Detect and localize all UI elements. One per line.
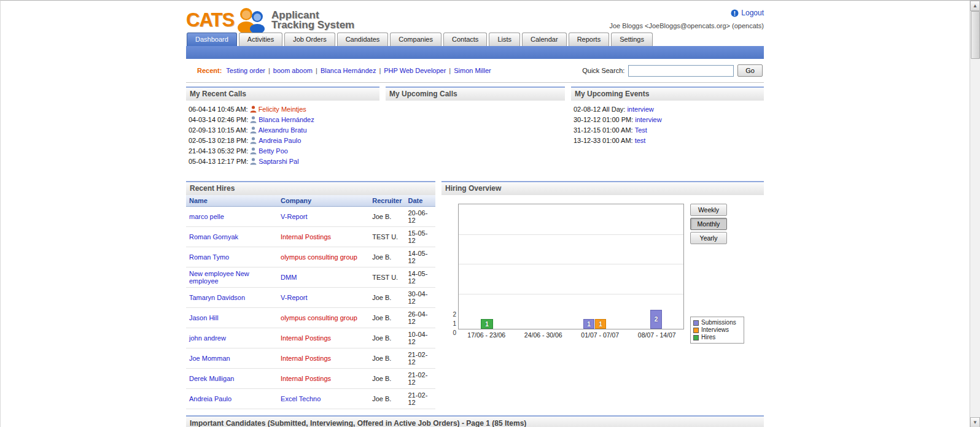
candidate-link[interactable]: john andrew: [189, 334, 226, 342]
column-header-date[interactable]: Date: [405, 195, 436, 207]
tab-candidates[interactable]: Candidates: [337, 33, 389, 46]
vertical-scrollbar[interactable]: ▲ ▼: [970, 1, 980, 427]
quick-search-input[interactable]: [628, 65, 734, 77]
tab-lists[interactable]: Lists: [489, 33, 520, 46]
bar-hires-week1: 1: [481, 319, 493, 329]
separator: |: [379, 67, 381, 74]
event-link[interactable]: test: [635, 137, 646, 144]
date-cell: 14-05-12: [405, 247, 436, 267]
app-logo: CATS Applicant Tracking System: [186, 7, 354, 34]
legend-swatch-hires: [693, 335, 699, 340]
range-button-yearly[interactable]: Yearly: [690, 232, 727, 244]
contact-link[interactable]: Felicity Meintjes: [259, 106, 306, 113]
column-header-recruiter[interactable]: Recruiter: [369, 195, 405, 207]
company-link[interactable]: Excel Techno: [281, 395, 321, 402]
scrollbar-thumb[interactable]: [971, 11, 980, 59]
candidate-link[interactable]: Derek Mulligan: [189, 375, 234, 382]
company-link[interactable]: V-Report: [281, 213, 307, 220]
recruiter-cell: Joe B.: [369, 348, 405, 369]
scroll-down-button[interactable]: ▼: [970, 417, 980, 427]
scroll-up-button[interactable]: ▲: [970, 1, 980, 11]
y-axis-tick: 1: [448, 320, 456, 327]
candidate-link[interactable]: Andreia Paulo: [189, 395, 231, 402]
logout-link[interactable]: Logout: [741, 9, 764, 17]
company-link[interactable]: Internal Postings: [281, 375, 331, 382]
upcoming-event-row: 31-12-15 01:00 AM: Test: [572, 125, 763, 136]
recent-link[interactable]: Testing order: [226, 67, 265, 74]
date-cell: 14-05-12: [405, 267, 436, 288]
panel-title: My Upcoming Calls: [386, 87, 565, 101]
candidate-link[interactable]: Joe Momman: [189, 355, 230, 362]
candidate-link[interactable]: Roman Gornyak: [189, 233, 238, 240]
candidate-link[interactable]: Roman Tymo: [189, 253, 229, 261]
panel-my-upcoming-events: My Upcoming Events 02-08-12 All Day: int…: [571, 87, 764, 176]
browser-viewport: CATS Applicant Tracking System: [0, 0, 980, 427]
candidate-link[interactable]: marco pelle: [189, 213, 224, 220]
tab-dashboard[interactable]: Dashboard: [187, 33, 237, 46]
candidate-link[interactable]: Jason Hill: [189, 314, 219, 321]
recruiter-cell: Joe B.: [369, 389, 405, 409]
contact-link[interactable]: Saptarshi Pal: [259, 158, 298, 165]
recent-link[interactable]: PHP Web Developer: [384, 67, 446, 74]
contact-link[interactable]: Alexandru Bratu: [259, 126, 307, 134]
recent-bar: Recent: Testing order | boom aboom | Bla…: [186, 59, 764, 81]
date-cell: 21-02-12: [405, 348, 436, 369]
panel-title: Hiring Overview: [441, 181, 764, 195]
recruiter-cell: Joe B.: [369, 308, 405, 328]
quick-search-label: Quick Search:: [582, 67, 624, 74]
company-link[interactable]: olympus consulting group: [281, 314, 357, 321]
recent-link[interactable]: Simon Miller: [454, 67, 491, 74]
logout-icon[interactable]: [731, 9, 739, 17]
call-datetime: 06-04-14 10:45 AM:: [189, 106, 248, 113]
tab-activities[interactable]: Activities: [239, 33, 282, 46]
important-candidates-header: Important Candidates (Submitted, Intervi…: [186, 415, 764, 427]
legend-swatch-submissions: [693, 320, 699, 326]
quick-search-go-button[interactable]: Go: [737, 64, 763, 77]
company-link[interactable]: Internal Postings: [281, 334, 331, 342]
gridline: [459, 234, 683, 235]
company-link[interactable]: olympus consulting group: [281, 253, 357, 261]
x-axis-label: 17/06 - 23/06: [458, 329, 515, 339]
panel-title: My Upcoming Events: [571, 87, 764, 101]
event-datetime: 13-12-33 01:00 AM:: [574, 137, 633, 144]
company-link[interactable]: DMM: [281, 274, 297, 281]
tab-calendar[interactable]: Calendar: [522, 33, 567, 46]
panel-recent-hires: Recent Hires Name Company Recruiter Date…: [186, 181, 435, 409]
column-header-name[interactable]: Name: [186, 195, 278, 207]
recent-link[interactable]: boom aboom: [273, 67, 313, 74]
candidate-link[interactable]: Tamaryn Davidson: [189, 294, 245, 301]
company-link[interactable]: Internal Postings: [281, 233, 331, 240]
tab-companies[interactable]: Companies: [390, 33, 441, 46]
legend-swatch-interviews: [693, 328, 699, 333]
main-nav-tabs: Dashboard Activities Job Orders Candidat…: [186, 33, 764, 46]
event-datetime: 30-12-12 01:00 PM:: [574, 116, 633, 123]
hire-row: Roman Tymo olympus consulting group Joe …: [186, 247, 435, 267]
range-button-weekly[interactable]: Weekly: [690, 204, 727, 216]
upcoming-event-row: 30-12-12 01:00 PM: interview: [572, 115, 763, 125]
recent-call-row: 21-04-13 05:32 PM: Betty Poo: [187, 146, 378, 156]
tab-reports[interactable]: Reports: [569, 33, 610, 46]
event-link[interactable]: interview: [635, 116, 661, 123]
event-link[interactable]: Test: [635, 126, 647, 134]
candidate-link[interactable]: New employee New employee: [189, 270, 249, 285]
contact-link[interactable]: Andreia Paulo: [259, 137, 301, 144]
company-link[interactable]: Internal Postings: [281, 355, 331, 362]
event-datetime: 02-08-12 All Day:: [574, 106, 625, 113]
hot-contact-icon: [250, 106, 257, 113]
tab-job-orders[interactable]: Job Orders: [284, 33, 335, 46]
x-axis-label: 24/06 - 30/06: [515, 329, 572, 339]
company-link[interactable]: V-Report: [281, 294, 307, 301]
column-header-company[interactable]: Company: [278, 195, 369, 207]
recent-link[interactable]: Blanca Hernández: [321, 67, 376, 74]
tab-settings[interactable]: Settings: [611, 33, 653, 46]
tab-contacts[interactable]: Contacts: [443, 33, 487, 46]
range-button-monthly[interactable]: Monthly: [690, 218, 727, 230]
recent-label: Recent:: [197, 67, 222, 74]
date-cell: 20-06-12: [405, 207, 436, 227]
contact-icon: [250, 126, 257, 134]
contact-link[interactable]: Blanca Hernández: [259, 116, 314, 123]
logo-text-cats: CATS: [186, 9, 234, 31]
recruiter-cell: Joe B.: [369, 369, 405, 389]
event-link[interactable]: interview: [627, 106, 653, 113]
contact-link[interactable]: Betty Poo: [259, 147, 288, 155]
